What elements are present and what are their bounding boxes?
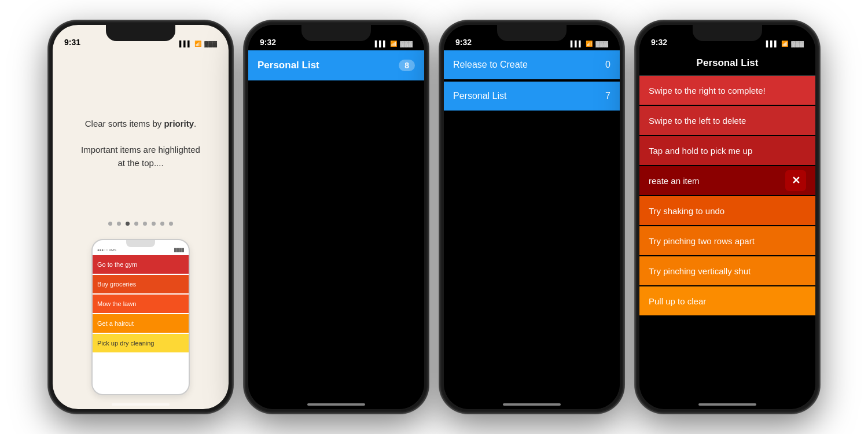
wifi-icon-3: 📶 <box>586 41 593 47</box>
dot-0 <box>108 222 112 226</box>
notch-3 <box>497 25 567 41</box>
battery-icon-1: ▓▓▓ <box>204 41 217 47</box>
mini-notch <box>126 240 155 247</box>
nav-badge-2: 8 <box>399 60 415 71</box>
instruction-text-5: Try pinching two rows apart <box>649 236 806 246</box>
wifi-icon-2: 📶 <box>390 41 397 47</box>
wifi-icon-1: 📶 <box>194 41 201 47</box>
instruction-text-1: Swipe to the left to delete <box>649 116 806 126</box>
personal-list-count-3: 7 <box>605 91 610 101</box>
home-indicator-3[interactable] <box>503 403 561 406</box>
delete-button[interactable]: ✕ <box>785 170 806 191</box>
wifi-icon-4: 📶 <box>781 41 788 47</box>
instruction-text-4: Try shaking to undo <box>649 206 806 216</box>
mini-item-4: Pick up dry cleaning <box>93 334 189 352</box>
nav-bar-2: Personal List 8 <box>248 50 424 80</box>
battery-icon-2: ▓▓▓ <box>400 41 413 47</box>
status-icons-3: ▌▌▌ 📶 ▓▓▓ <box>571 41 608 47</box>
instruction-item-2[interactable]: Tap and hold to pick me up <box>639 136 815 165</box>
instructions-nav-title: Personal List <box>697 57 759 69</box>
nav-title-2: Personal List <box>258 60 319 71</box>
tutorial-line3: at the top.... <box>64 157 217 170</box>
screen-3: 9:32 ▌▌▌ 📶 ▓▓▓ Release to Create 0 Perso… <box>444 25 620 409</box>
dot-5 <box>152 222 156 226</box>
phone-4: 9:32 ▌▌▌ 📶 ▓▓▓ Personal List Swipe to th… <box>635 20 820 414</box>
instruction-item-6[interactable]: Try pinching vertically shut <box>639 256 815 285</box>
mini-phone: ●●●○○ RMS ████ Go to the gym Buy groceri… <box>91 239 190 395</box>
instruction-text-0: Swipe to the right to complete! <box>649 86 806 95</box>
screen-4: 9:32 ▌▌▌ 📶 ▓▓▓ Personal List Swipe to th… <box>639 25 815 409</box>
tutorial-text: Clear sorts items by priority. Important… <box>64 117 217 170</box>
personal-list-title-3: Personal List <box>453 91 507 101</box>
notch-2 <box>301 25 371 41</box>
screen-1: 9:31 ▌▌▌ 📶 ▓▓▓ Clear sorts items by prio… <box>53 25 229 409</box>
home-indicator-2[interactable] <box>307 403 365 406</box>
instructions-nav: Personal List <box>639 50 815 76</box>
battery-icon-3: ▓▓▓ <box>595 41 608 47</box>
mini-item-2: Mow the lawn <box>93 295 189 313</box>
signal-icon-3: ▌▌▌ <box>571 41 583 47</box>
notch-1 <box>106 25 175 41</box>
tutorial-line2: Important items are highlighted <box>64 144 217 157</box>
status-time-4: 9:32 <box>651 38 667 47</box>
instruction-text-2: Tap and hold to pick me up <box>649 146 806 156</box>
close-icon: ✕ <box>792 174 800 187</box>
instruction-text-7: Pull up to clear <box>649 296 806 306</box>
instruction-item-0[interactable]: Swipe to the right to complete! <box>639 76 815 105</box>
personal-list-row-3[interactable]: Personal List 7 <box>444 82 620 111</box>
notch-4 <box>693 25 762 41</box>
instruction-item-5[interactable]: Try pinching two rows apart <box>639 226 815 255</box>
tutorial-bold: priority <box>164 119 194 128</box>
dot-7 <box>169 222 173 226</box>
mini-status-right: ████ <box>174 248 184 252</box>
battery-icon-4: ▓▓▓ <box>791 41 804 47</box>
screen-2: 9:32 ▌▌▌ 📶 ▓▓▓ Personal List 8 <box>248 25 424 409</box>
instruction-item-1[interactable]: Swipe to the left to delete <box>639 106 815 135</box>
home-indicator-4[interactable] <box>698 403 756 406</box>
mini-status-left: ●●●○○ RMS <box>97 248 116 252</box>
mini-item-1: Buy groceries <box>93 275 189 293</box>
pagination-dots <box>53 222 229 226</box>
signal-icon-1: ▌▌▌ <box>179 41 192 47</box>
dot-6 <box>160 222 164 226</box>
dot-4 <box>143 222 147 226</box>
phone-2: 9:32 ▌▌▌ 📶 ▓▓▓ Personal List 8 <box>244 20 429 414</box>
mini-item-0: Go to the gym <box>93 255 189 274</box>
dot-1 <box>117 222 121 226</box>
mini-item-3: Get a haircut <box>93 314 189 333</box>
status-time-1: 9:31 <box>64 38 80 47</box>
phones-container: 9:31 ▌▌▌ 📶 ▓▓▓ Clear sorts items by prio… <box>0 0 868 434</box>
status-time-3: 9:32 <box>455 38 472 47</box>
dot-3 <box>134 222 138 226</box>
instruction-text-3: reate an item <box>649 176 785 186</box>
tutorial-line1-end: . <box>194 119 196 128</box>
tutorial-line1-pre: Clear sorts items by <box>85 119 164 128</box>
dot-2 <box>126 222 130 226</box>
status-icons-1: ▌▌▌ 📶 ▓▓▓ <box>179 41 217 47</box>
status-icons-4: ▌▌▌ 📶 ▓▓▓ <box>766 41 804 47</box>
status-icons-2: ▌▌▌ 📶 ▓▓▓ <box>375 41 413 47</box>
status-time-2: 9:32 <box>260 38 276 47</box>
mini-status: ●●●○○ RMS ████ <box>93 247 189 253</box>
phone-3: 9:32 ▌▌▌ 📶 ▓▓▓ Release to Create 0 Perso… <box>439 20 624 414</box>
signal-icon-2: ▌▌▌ <box>375 41 387 47</box>
instruction-item-4[interactable]: Try shaking to undo <box>639 196 815 225</box>
release-to-create-title: Release to Create <box>453 60 528 70</box>
home-indicator-1[interactable] <box>112 403 170 406</box>
instruction-item-3[interactable]: reate an item ✕ <box>639 166 815 195</box>
mini-list: Go to the gym Buy groceries Mow the lawn… <box>93 255 189 352</box>
signal-icon-4: ▌▌▌ <box>766 41 778 47</box>
instruction-text-6: Try pinching vertically shut <box>649 266 806 276</box>
release-to-create-count: 0 <box>605 60 610 70</box>
instruction-item-7[interactable]: Pull up to clear <box>639 286 815 315</box>
phone-1: 9:31 ▌▌▌ 📶 ▓▓▓ Clear sorts items by prio… <box>48 20 233 414</box>
release-to-create-row: Release to Create 0 <box>444 50 620 79</box>
